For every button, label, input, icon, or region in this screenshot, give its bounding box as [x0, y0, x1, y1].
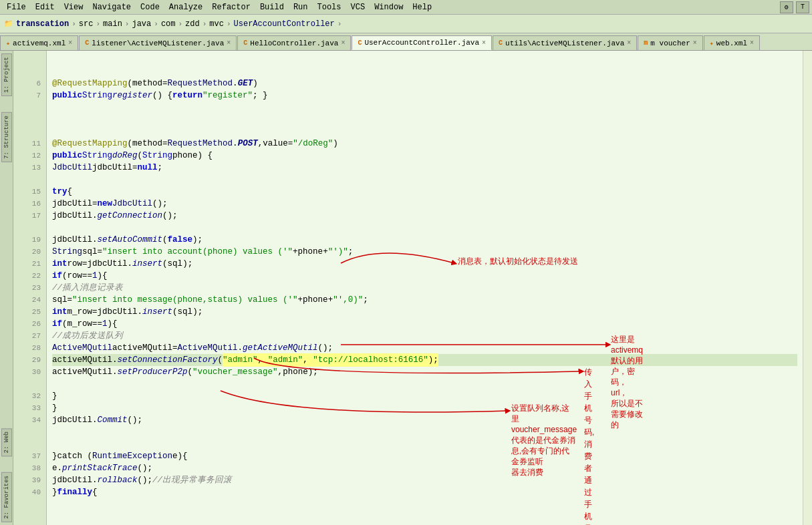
code-line-empty-1	[52, 65, 797, 77]
menu-analyze[interactable]: Analyze	[165, 1, 207, 13]
code-line-28: ActiveMQutil activeMQutil = ActiveMQutil…	[52, 342, 797, 354]
favorites-tab[interactable]: 2: Favorites	[1, 472, 12, 522]
tab-hello-controller[interactable]: C HelloController.java ×	[237, 35, 351, 50]
code-line-32: }	[52, 390, 797, 402]
menu-file[interactable]: File	[3, 1, 30, 13]
code-line-19: jdbcUtil.setAutoCommit(false);	[52, 234, 797, 246]
code-line-30: activeMQutil.setProducerP2p("voucher_mes…	[52, 366, 797, 378]
code-line-17: jdbcUtil.getConnection();	[52, 210, 797, 222]
breadcrumb-controller[interactable]: UserAccountController	[234, 19, 335, 29]
code-line-empty-27	[52, 378, 797, 390]
code-line-13: JdbcUtil jdbcUtil = null;	[52, 162, 797, 174]
tab-user-account-controller[interactable]: C UserAccountController.java ×	[352, 35, 492, 50]
code-line-empty-31	[52, 426, 797, 438]
code-line-40: }finally {	[52, 486, 797, 498]
menu-bar: File Edit View Navigate Code Analyze Ref…	[0, 0, 812, 15]
java-icon-1: C	[85, 39, 89, 47]
breadcrumb-java[interactable]: java	[132, 19, 151, 29]
xml-icon-2: ✦	[710, 39, 714, 47]
breadcrumb-main[interactable]: main	[103, 19, 122, 29]
tab-close-6[interactable]: ×	[750, 39, 754, 47]
menu-refactor[interactable]: Refactor	[208, 1, 255, 13]
code-line-11: @RequestMapping(method = RequestMethod.P…	[52, 138, 797, 150]
code-line-38: e.printStackTrace();	[52, 462, 797, 474]
breadcrumb-src[interactable]: src	[79, 19, 94, 29]
tab-close-1[interactable]: ×	[227, 39, 231, 47]
java-icon-2: C	[243, 39, 247, 47]
toolbar-icon-1[interactable]: ⚙	[780, 1, 793, 13]
code-line-empty-6	[52, 126, 797, 138]
tab-close-0[interactable]: ×	[68, 39, 72, 47]
menu-run[interactable]: Run	[289, 1, 312, 13]
menu-help[interactable]: Help	[408, 1, 436, 13]
breadcrumb-mvc[interactable]: mvc	[209, 19, 224, 29]
code-line-15: try{	[52, 186, 797, 198]
tab-close-5[interactable]: ×	[693, 39, 697, 47]
code-line-6: @RequestMapping(method = RequestMethod.G…	[52, 77, 797, 90]
web-tab[interactable]: 2: Web	[1, 428, 12, 456]
left-panel: 1: Project 7: Structure 2: Web 2: Favori…	[0, 51, 13, 525]
code-line-29: activeMQutil.setConnectionFactory("admin…	[52, 354, 797, 366]
toolbar-icon-2[interactable]: T	[796, 1, 809, 13]
code-line-39: jdbcUtil.rollback();//出现异常事务回滚	[52, 474, 797, 486]
editor-wrapper: 6711121315161719202122232425262728293032…	[13, 51, 812, 525]
java-icon-3: C	[358, 39, 362, 47]
code-line-7: public String register() { return "regis…	[52, 90, 797, 102]
tab-utils-activemq-listener[interactable]: C utils\ActiveMQListener.java ×	[493, 35, 637, 50]
menu-window[interactable]: Window	[370, 1, 407, 13]
code-line-20: String sql = "insert into account(phone)…	[52, 246, 797, 258]
structure-tab[interactable]: 7: Structure	[1, 112, 12, 162]
code-line-27: //成功后发送队列	[52, 330, 797, 342]
code-line-22: if(row == 1){	[52, 270, 797, 282]
menu-tools[interactable]: Tools	[313, 1, 346, 13]
tab-activemq-xml[interactable]: ✦ activemq.xml ×	[0, 35, 78, 50]
menu-edit[interactable]: Edit	[31, 1, 59, 13]
java-icon-4: C	[499, 39, 503, 47]
code-line-16: jdbcUtil = new JdbcUtil();	[52, 198, 797, 210]
tabs-bar: ✦ activemq.xml × C listener\ActiveMQList…	[0, 33, 812, 51]
code-line-12: public String doReg(String phone) {	[52, 150, 797, 162]
tab-close-2[interactable]: ×	[341, 39, 345, 47]
tab-voucher[interactable]: m m voucher ×	[638, 35, 702, 50]
project-tab[interactable]: 1: Project	[1, 53, 12, 96]
error-stripe	[803, 51, 812, 525]
code-line-21: int row = jdbcUtil.insert(sql);	[52, 258, 797, 270]
breadcrumb-com[interactable]: com	[161, 19, 176, 29]
code-line-23: //插入消息记录表	[52, 282, 797, 294]
menu-code[interactable]: Code	[136, 1, 164, 13]
menu-build[interactable]: Build	[256, 1, 288, 13]
code-line-33: }	[52, 402, 797, 414]
breadcrumb-zdd[interactable]: zdd	[185, 19, 200, 29]
xml-icon: ✦	[6, 39, 10, 47]
code-line-25: int m_row = jdbcUtil.insert(sql);	[52, 306, 797, 318]
project-icon: 📁	[4, 19, 13, 28]
code-line-26: if(m_row == 1){	[52, 318, 797, 330]
menu-vcs[interactable]: VCS	[347, 1, 370, 13]
toolbar: 📁 transcation › src › main › java › com …	[0, 15, 812, 33]
tab-activemq-listener[interactable]: C listener\ActiveMQListener.java ×	[79, 35, 237, 50]
project-name[interactable]: transcation	[16, 19, 69, 29]
code-line-empty-0	[52, 53, 797, 65]
code-line-34: jdbcUtil.Commit();	[52, 414, 797, 426]
m-icon: m	[644, 39, 648, 47]
line-gutter: 6711121315161719202122232425262728293032…	[13, 51, 47, 525]
code-line-empty-32	[52, 438, 797, 450]
code-line-empty-10	[52, 174, 797, 186]
menu-view[interactable]: View	[60, 1, 88, 13]
code-line-37: }catch (RuntimeException e){	[52, 450, 797, 462]
code-line-empty-4	[52, 102, 797, 114]
menu-navigate[interactable]: Navigate	[88, 1, 135, 13]
tab-close-3[interactable]: ×	[482, 39, 486, 47]
code-area[interactable]: @RequestMapping(method = RequestMethod.G…	[47, 51, 803, 525]
tab-close-4[interactable]: ×	[627, 39, 631, 47]
code-line-empty-14	[52, 222, 797, 234]
main-layout: 1: Project 7: Structure 2: Web 2: Favori…	[0, 51, 812, 525]
tab-web-xml[interactable]: ✦ web.xml ×	[704, 35, 760, 50]
code-line-24: sql = "insert into message(phone,status)…	[52, 294, 797, 306]
code-line-empty-5	[52, 114, 797, 126]
